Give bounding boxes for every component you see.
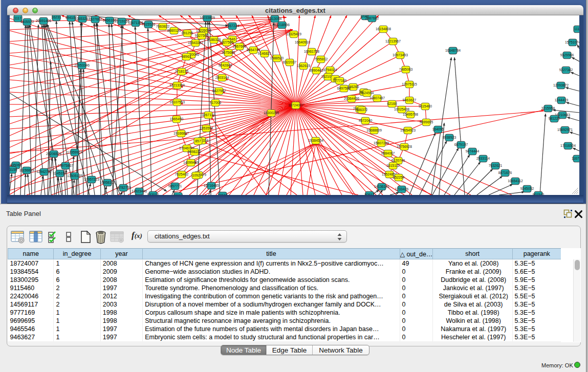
svg-text:8427552: 8427552 [212, 89, 226, 93]
svg-text:1117: 1117 [14, 16, 21, 20]
svg-text:9327505: 9327505 [220, 40, 234, 44]
svg-text:9474444: 9474444 [466, 149, 480, 153]
svg-text:9857771: 9857771 [168, 184, 182, 188]
svg-text:8813054: 8813054 [268, 17, 282, 20]
svg-text:1092: 1092 [192, 173, 200, 177]
svg-text:17359924: 17359924 [67, 150, 82, 154]
svg-text:9699695: 9699695 [420, 120, 433, 124]
svg-text:1615112: 1615112 [386, 164, 400, 167]
svg-text:12093872: 12093872 [553, 83, 569, 87]
svg-text:9242848: 9242848 [219, 63, 232, 67]
svg-text:19166827: 19166827 [173, 132, 189, 135]
svg-text:7625402: 7625402 [175, 172, 189, 176]
svg-text:16543362: 16543362 [188, 41, 203, 45]
svg-text:8938923: 8938923 [443, 136, 456, 139]
svg-text:12218596: 12218596 [274, 23, 290, 27]
svg-text:7515526: 7515526 [142, 23, 156, 26]
svg-text:10671355: 10671355 [128, 21, 143, 25]
svg-text:18724007: 18724007 [288, 103, 303, 107]
svg-text:7955812: 7955812 [314, 57, 328, 61]
svg-text:90114: 90114 [173, 194, 183, 195]
svg-text:832012: 832012 [147, 193, 159, 195]
svg-text:9146821: 9146821 [258, 52, 272, 55]
svg-text:981220: 981220 [549, 117, 560, 120]
svg-text:18300295: 18300295 [264, 111, 279, 115]
svg-text:3267110: 3267110 [202, 113, 215, 117]
svg-text:10973493: 10973493 [393, 53, 408, 57]
svg-text:12213967: 12213967 [385, 39, 401, 43]
svg-text:15807249: 15807249 [374, 141, 389, 145]
svg-text:4572040: 4572040 [359, 119, 373, 122]
svg-text:16107553: 16107553 [169, 100, 185, 104]
svg-text:16648784: 16648784 [445, 49, 461, 52]
svg-text:80913: 80913 [365, 193, 375, 195]
svg-text:2933114: 2933114 [476, 157, 490, 160]
svg-text:14099489: 14099489 [183, 161, 199, 164]
svg-text:3215958: 3215958 [541, 106, 555, 110]
svg-text:12213369: 12213369 [169, 83, 185, 87]
svg-text:3624554: 3624554 [360, 91, 374, 95]
svg-text:6497568: 6497568 [337, 86, 351, 90]
svg-text:15716485: 15716485 [204, 184, 219, 187]
svg-text:10654112: 10654112 [508, 179, 523, 183]
svg-text:98961: 98961 [182, 55, 191, 58]
svg-text:1733426: 1733426 [395, 187, 409, 191]
svg-text:15692971: 15692971 [557, 128, 573, 132]
svg-text:10653287: 10653287 [75, 17, 90, 20]
svg-text:2087682: 2087682 [365, 16, 379, 20]
svg-text:10025438: 10025438 [394, 107, 409, 111]
svg-text:164095: 164095 [432, 127, 444, 131]
svg-text:9327505: 9327505 [195, 34, 209, 37]
svg-text:2803144: 2803144 [215, 76, 229, 79]
svg-text:16231: 16231 [52, 15, 61, 19]
svg-text:6794024: 6794024 [323, 68, 337, 72]
svg-text:901542: 901542 [533, 193, 545, 195]
svg-text:10719155: 10719155 [114, 19, 129, 23]
svg-text:14136141: 14136141 [374, 185, 389, 188]
svg-text:6879197: 6879197 [454, 143, 468, 146]
svg-text:1527602: 1527602 [89, 17, 102, 21]
svg-text:1362615: 1362615 [297, 64, 311, 68]
svg-text:2718176: 2718176 [175, 70, 189, 73]
svg-text:7357224: 7357224 [226, 24, 239, 28]
svg-text:6120746: 6120746 [391, 159, 405, 162]
svg-text:93159: 93159 [10, 168, 17, 171]
svg-text:10958107: 10958107 [100, 181, 115, 184]
svg-text:8186328: 8186328 [207, 38, 221, 41]
svg-text:9777169: 9777169 [333, 79, 347, 82]
svg-text:20691406: 20691406 [36, 19, 51, 23]
svg-text:11156819: 11156819 [19, 168, 34, 172]
svg-text:19384554: 19384554 [308, 139, 323, 142]
svg-text:2867608: 2867608 [233, 45, 247, 48]
svg-text:1112: 1112 [574, 27, 579, 31]
svg-text:857: 857 [195, 139, 201, 143]
svg-text:1145194: 1145194 [53, 171, 67, 175]
svg-text:9884067: 9884067 [381, 151, 395, 155]
svg-text:9245052: 9245052 [520, 187, 534, 190]
svg-text:8471676: 8471676 [498, 171, 512, 174]
svg-text:16033809: 16033809 [200, 16, 215, 19]
svg-text:7632621: 7632621 [489, 164, 503, 167]
svg-text:9227342: 9227342 [559, 68, 573, 72]
svg-text:1588520: 1588520 [270, 56, 284, 60]
svg-text:16154808: 16154808 [376, 27, 391, 31]
svg-text:12975115: 12975115 [402, 82, 417, 86]
svg-text:17016504: 17016504 [560, 144, 576, 147]
svg-text:13226058: 13226058 [196, 29, 211, 32]
svg-text:19975867: 19975867 [58, 164, 73, 167]
svg-text:8990443: 8990443 [310, 69, 323, 72]
svg-text:7663822: 7663822 [156, 25, 170, 28]
svg-text:20206576: 20206576 [46, 152, 61, 156]
svg-text:19654923: 19654923 [400, 128, 416, 132]
svg-text:7485063: 7485063 [399, 68, 413, 71]
svg-text:16961758: 16961758 [304, 50, 319, 53]
svg-text:15495798: 15495798 [403, 113, 418, 116]
svg-text:13505135: 13505135 [67, 174, 82, 178]
svg-text:1405572: 1405572 [20, 20, 34, 24]
svg-text:5498222: 5498222 [188, 150, 202, 154]
svg-text:417006: 417006 [210, 101, 222, 104]
svg-text:10688609: 10688609 [366, 128, 382, 132]
svg-text:3675685: 3675685 [222, 51, 235, 54]
svg-text:15751074: 15751074 [565, 40, 579, 44]
svg-text:10807487: 10807487 [369, 96, 385, 100]
